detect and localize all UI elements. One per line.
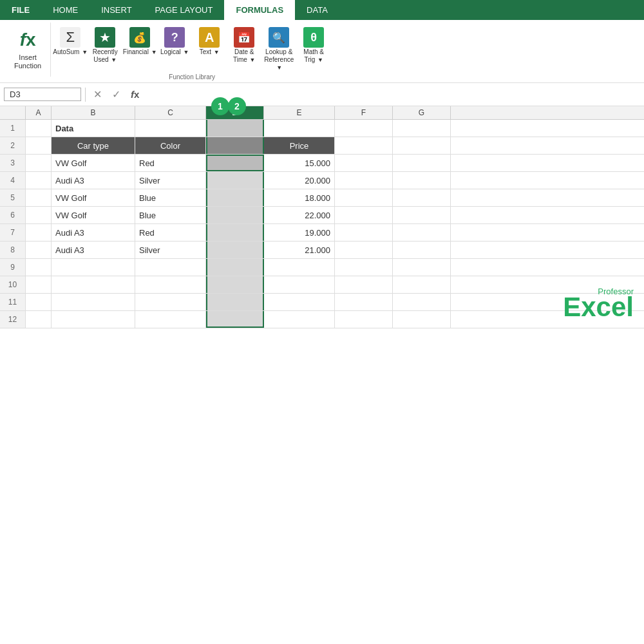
col-header-f[interactable]: F [335, 106, 393, 119]
col-header-d[interactable]: 1 2 D [206, 106, 264, 119]
cell-d2[interactable] [206, 137, 264, 154]
cell-c3[interactable]: Red [135, 155, 206, 171]
tab-file[interactable]: FILE [0, 0, 41, 20]
cell-f6[interactable] [335, 207, 393, 223]
cell-b11[interactable] [52, 294, 135, 310]
cell-d3[interactable] [206, 155, 264, 171]
cell-c10[interactable] [135, 276, 206, 293]
cell-e8[interactable]: 21.000 [264, 242, 335, 258]
cell-c12[interactable] [135, 311, 206, 328]
tab-page-layout[interactable]: PAGE LAYOUT [144, 0, 225, 20]
lookup-button[interactable]: 🔍 Lookup & Reference ▼ [262, 25, 296, 73]
name-box[interactable] [4, 88, 81, 101]
cell-a12[interactable] [26, 311, 52, 328]
cell-e12[interactable] [264, 311, 335, 328]
cell-f2[interactable] [335, 137, 393, 154]
cancel-button[interactable]: ✕ [90, 87, 106, 102]
text-button[interactable]: A Text ▼ [193, 25, 226, 73]
cell-c2[interactable]: Color [135, 137, 206, 154]
cell-e7[interactable]: 19.000 [264, 224, 335, 241]
cell-e11[interactable] [264, 294, 335, 310]
cell-b2[interactable]: Car type [52, 137, 135, 154]
cell-d6[interactable] [206, 207, 264, 223]
cell-b7[interactable]: Audi A3 [52, 224, 135, 241]
col-header-c[interactable]: C [135, 106, 206, 119]
cell-f11[interactable] [335, 294, 393, 310]
cell-d4[interactable] [206, 172, 264, 189]
cell-b10[interactable] [52, 276, 135, 293]
financial-button[interactable]: 💰 Financial ▼ [123, 25, 156, 73]
tab-data[interactable]: DATA [295, 0, 339, 20]
col-header-b[interactable]: B [52, 106, 135, 119]
cell-d1[interactable] [206, 120, 264, 137]
cell-d12[interactable] [206, 311, 264, 328]
cell-g8[interactable] [393, 242, 451, 258]
cell-b8[interactable]: Audi A3 [52, 242, 135, 258]
cell-a1[interactable] [26, 120, 52, 137]
cell-e1[interactable]: 🖌 [264, 120, 335, 137]
cell-e9[interactable] [264, 259, 335, 276]
cell-e6[interactable]: 22.000 [264, 207, 335, 223]
tab-insert[interactable]: INSERT [90, 0, 143, 20]
cell-a11[interactable] [26, 294, 52, 310]
cell-a6[interactable] [26, 207, 52, 223]
cell-d5[interactable] [206, 189, 264, 206]
cell-e5[interactable]: 18.000 [264, 189, 335, 206]
cell-d11[interactable] [206, 294, 264, 310]
cell-b12[interactable] [52, 311, 135, 328]
cell-e3[interactable]: 15.000 [264, 155, 335, 171]
cell-d10[interactable] [206, 276, 264, 293]
cell-a7[interactable] [26, 224, 52, 241]
cell-g7[interactable] [393, 224, 451, 241]
cell-a5[interactable] [26, 189, 52, 206]
cell-a3[interactable] [26, 155, 52, 171]
cell-g11[interactable] [393, 294, 451, 310]
cell-g6[interactable] [393, 207, 451, 223]
datetime-button[interactable]: 📅 Date & Time ▼ [227, 25, 261, 73]
cell-b4[interactable]: Audi A3 [52, 172, 135, 189]
autosum-button[interactable]: Σ AutoSum ▼ [53, 25, 87, 73]
cell-g10[interactable] [393, 276, 451, 293]
col-header-e[interactable]: E [264, 106, 335, 119]
cell-b3[interactable]: VW Golf [52, 155, 135, 171]
cell-f5[interactable] [335, 189, 393, 206]
tab-formulas[interactable]: FORMULAS [224, 0, 295, 20]
logical-button[interactable]: ? Logical ▼ [158, 25, 191, 73]
cell-f12[interactable] [335, 311, 393, 328]
cell-a2[interactable] [26, 137, 52, 154]
cell-g2[interactable] [393, 137, 451, 154]
cell-c5[interactable]: Blue [135, 189, 206, 206]
cell-c1[interactable] [135, 120, 206, 137]
cell-d7[interactable] [206, 224, 264, 241]
cell-f10[interactable] [335, 276, 393, 293]
cell-f1[interactable] [335, 120, 393, 137]
math-button[interactable]: θ Math & Trig ▼ [297, 25, 330, 73]
cell-c9[interactable] [135, 259, 206, 276]
cell-b1[interactable]: Data [52, 120, 135, 137]
cell-c11[interactable] [135, 294, 206, 310]
cell-c4[interactable]: Silver [135, 172, 206, 189]
col-header-a[interactable]: A [26, 106, 52, 119]
cell-c6[interactable]: Blue [135, 207, 206, 223]
cell-g5[interactable] [393, 189, 451, 206]
cell-e4[interactable]: 20.000 [264, 172, 335, 189]
confirm-button[interactable]: ✓ [108, 87, 124, 102]
insert-function-fx-button[interactable]: fx [127, 88, 143, 101]
cell-b6[interactable]: VW Golf [52, 207, 135, 223]
cell-g12[interactable] [393, 311, 451, 328]
cell-g3[interactable] [393, 155, 451, 171]
cell-a9[interactable] [26, 259, 52, 276]
recently-used-button[interactable]: ★ Recently Used ▼ [88, 25, 122, 73]
cell-c8[interactable]: Silver [135, 242, 206, 258]
cell-f3[interactable] [335, 155, 393, 171]
cell-e2[interactable]: Price [264, 137, 335, 154]
insert-function-button[interactable]: fx Insert Function [10, 25, 45, 73]
cell-f7[interactable] [335, 224, 393, 241]
cell-f8[interactable] [335, 242, 393, 258]
cell-e10[interactable] [264, 276, 335, 293]
cell-g9[interactable] [393, 259, 451, 276]
cell-d9[interactable] [206, 259, 264, 276]
col-header-g[interactable]: G [393, 106, 451, 119]
cell-d8[interactable] [206, 242, 264, 258]
cell-a10[interactable] [26, 276, 52, 293]
